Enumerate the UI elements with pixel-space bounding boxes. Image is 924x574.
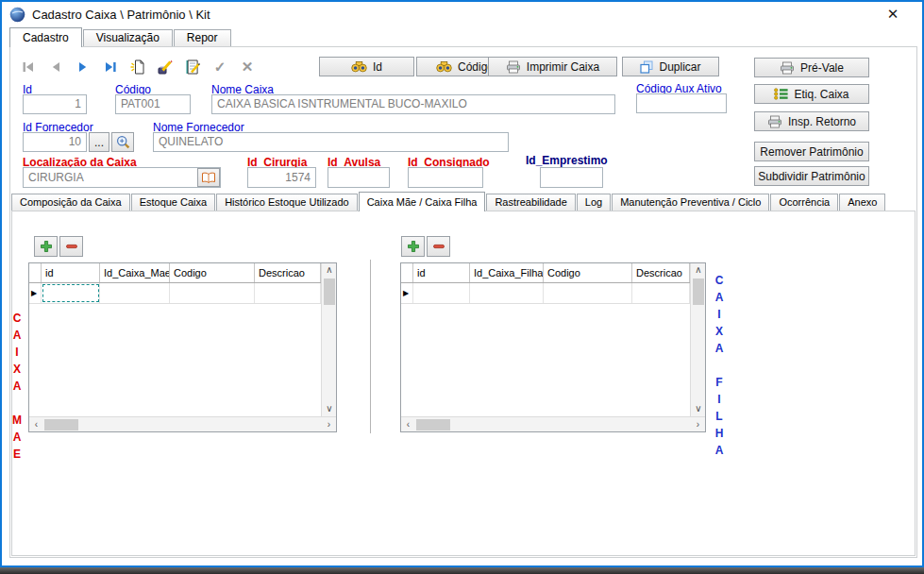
cell[interactable]	[632, 283, 690, 303]
tab-cadastro[interactable]: Cadastro	[9, 27, 82, 47]
column-header-codigo[interactable]: Codigo	[170, 263, 255, 282]
id-cirurgia-field[interactable]: 1574	[247, 167, 316, 188]
nome-caixa-field[interactable]: CAIXA BASICA ISNTRUMENTAL BUCO-MAXILO	[211, 94, 615, 114]
sub-tab-bar: Composição da Caixa Estoque Caixa Histór…	[11, 193, 886, 211]
column-header-id[interactable]: id	[413, 263, 470, 282]
cell[interactable]	[470, 283, 544, 303]
printer-icon	[506, 60, 521, 74]
confirm-button[interactable]: ✓	[209, 57, 231, 76]
vertical-scrollbar[interactable]: ∧ ∨	[690, 263, 705, 416]
tab-log[interactable]: Log	[577, 194, 611, 211]
etiq-caixa-button[interactable]: Etiq. Caixa	[754, 84, 869, 104]
close-button[interactable]: ✕	[871, 2, 915, 26]
focused-cell[interactable]	[42, 283, 100, 303]
desktop-strip	[0, 567, 924, 574]
cell[interactable]	[100, 283, 170, 303]
tab-manutencao-preventiva[interactable]: Manutenção Preventiva / Ciclo	[612, 194, 769, 211]
scroll-right-icon[interactable]: ›	[691, 417, 705, 432]
remove-caixa-mae-button[interactable]	[59, 236, 83, 257]
id-avulsa-field[interactable]	[328, 167, 390, 188]
grid-row-empty[interactable]: ▶	[29, 283, 321, 304]
duplicar-button[interactable]: Duplicar	[622, 57, 719, 76]
codigo-aux-field[interactable]	[636, 93, 727, 113]
tab-historico-estoque[interactable]: Histórico Estoque Utilizado	[216, 194, 357, 211]
scroll-up-icon[interactable]: ∧	[691, 263, 706, 278]
scroll-left-icon[interactable]: ‹	[401, 417, 415, 432]
tab-estoque-caixa[interactable]: Estoque Caixa	[131, 194, 216, 211]
scrollbar-thumb[interactable]	[324, 279, 335, 305]
prior-record-button[interactable]	[44, 57, 67, 76]
grids-divider	[370, 260, 371, 433]
tab-ocorrencia[interactable]: Ocorrência	[770, 194, 838, 211]
printer-icon	[780, 61, 795, 75]
scrollbar-thumb[interactable]	[693, 279, 704, 305]
nome-fornecedor-field[interactable]: QUINELATO	[153, 132, 509, 152]
grid-header: id Id_Caixa_Filha Codigo Descricao	[401, 263, 690, 283]
next-record-button[interactable]	[72, 57, 94, 76]
tab-repor[interactable]: Repor	[174, 29, 231, 46]
edit-record-button[interactable]	[154, 57, 176, 76]
prior-record-icon	[47, 59, 64, 76]
scroll-down-icon[interactable]: ∨	[691, 402, 706, 416]
remover-patrimonio-label: Remover Patrimônio	[760, 145, 863, 159]
tab-rastreabilidade[interactable]: Rastreabilidade	[486, 194, 575, 211]
id-fornecedor-field[interactable]: 10	[23, 132, 87, 152]
duplicate-icon	[640, 60, 653, 74]
tab-anexo[interactable]: Anexo	[839, 194, 885, 211]
id-field[interactable]: 1	[23, 94, 87, 114]
search-fornecedor-button[interactable]	[111, 132, 134, 152]
cell[interactable]	[413, 283, 470, 303]
minus-icon	[432, 240, 445, 253]
cell[interactable]	[255, 283, 321, 303]
browse-fornecedor-button[interactable]: ...	[89, 132, 109, 152]
column-header-id-caixa-filha[interactable]: Id_Caixa_Filha	[470, 263, 544, 282]
caixa-filha-vertical-title: C A I X A F I L H A	[712, 272, 727, 459]
column-header-id[interactable]: id	[42, 263, 100, 282]
current-row-marker-icon: ▶	[31, 289, 37, 297]
subdividir-patrimonio-button[interactable]: Subdividir Patrimônio	[754, 166, 869, 186]
cell[interactable]	[544, 283, 632, 303]
new-record-button[interactable]	[126, 57, 149, 76]
imprimir-caixa-button[interactable]: Imprimir Caixa	[488, 57, 617, 76]
last-record-button[interactable]	[99, 57, 122, 76]
grid-row-empty[interactable]: ▶	[401, 283, 690, 304]
scroll-left-icon[interactable]: ‹	[29, 417, 43, 432]
scroll-right-icon[interactable]: ›	[322, 417, 336, 432]
tab-caixa-mae-filha[interactable]: Caixa Mãe / Caixa Filha	[359, 192, 486, 211]
id-consignado-field[interactable]	[408, 167, 483, 188]
titlebar[interactable]: Cadastro Caixa \ Patrimônio \ Kit ✕	[2, 2, 922, 26]
codigo-field[interactable]: PAT001	[115, 94, 191, 114]
remove-caixa-filha-button[interactable]	[427, 236, 450, 257]
memo-edit-button[interactable]	[181, 57, 204, 76]
scroll-down-icon[interactable]: ∨	[322, 402, 337, 416]
localizacao-browse-button[interactable]	[197, 168, 220, 187]
horizontal-scrollbar[interactable]: ‹ ›	[29, 416, 336, 431]
column-header-id-caixa-mae[interactable]: Id_Caixa_Mae	[100, 263, 170, 282]
cancel-button[interactable]: ✕	[236, 57, 259, 76]
cell[interactable]	[170, 283, 255, 303]
remover-patrimonio-button[interactable]: Remover Patrimônio	[754, 142, 869, 161]
vertical-scrollbar[interactable]: ∧ ∨	[321, 263, 336, 416]
column-header-codigo[interactable]: Codigo	[544, 263, 632, 282]
horizontal-scrollbar[interactable]: ‹ ›	[401, 416, 705, 431]
scrollbar-thumb[interactable]	[44, 419, 78, 430]
localizacao-field[interactable]: CIRURGIA	[23, 167, 221, 188]
column-header-descricao[interactable]: Descricao	[632, 263, 690, 282]
id-emprestimo-field[interactable]	[540, 167, 603, 188]
find-id-button[interactable]: Id	[319, 57, 414, 76]
scroll-up-icon[interactable]: ∧	[322, 263, 337, 278]
column-header-descricao[interactable]: Descricao	[255, 263, 321, 282]
plus-icon	[40, 240, 53, 253]
next-record-icon	[75, 59, 92, 76]
first-record-button[interactable]	[17, 57, 40, 76]
imprimir-caixa-label: Imprimir Caixa	[527, 60, 599, 74]
add-caixa-filha-button[interactable]	[401, 236, 425, 257]
tab-composicao-caixa[interactable]: Composição da Caixa	[11, 194, 130, 211]
find-id-label: Id	[373, 60, 382, 74]
insp-retorno-button[interactable]: Insp. Retorno	[754, 111, 869, 131]
grid-header: id Id_Caixa_Mae Codigo Descricao	[29, 263, 321, 283]
pre-vale-button[interactable]: Pré-Vale	[754, 58, 869, 77]
add-caixa-mae-button[interactable]	[34, 236, 58, 257]
tab-visualizacao[interactable]: Visualização	[83, 29, 173, 46]
scrollbar-thumb[interactable]	[416, 419, 450, 430]
